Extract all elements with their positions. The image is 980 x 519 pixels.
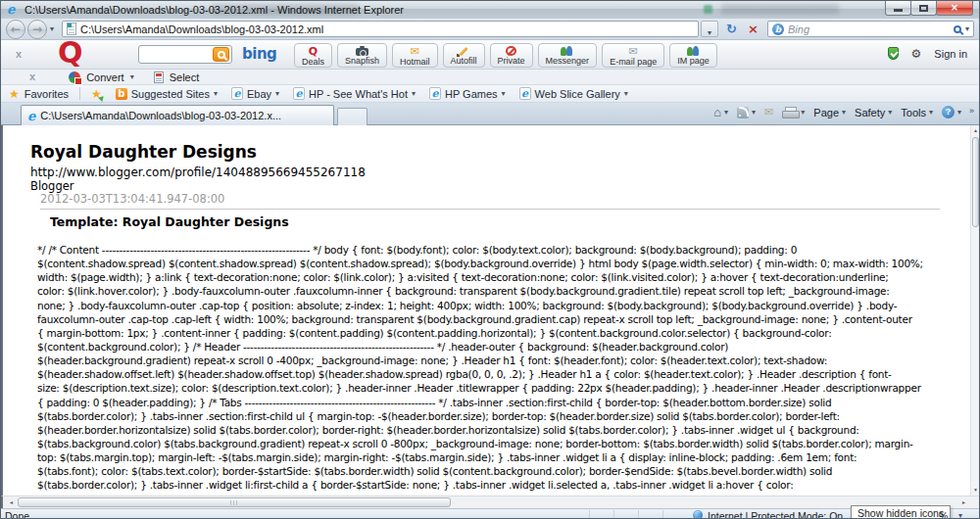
deals-button[interactable]: Q Deals [294, 43, 332, 68]
chevron-down-icon[interactable]: ▾ [214, 90, 218, 98]
messenger-button[interactable]: Messenger [538, 43, 598, 68]
template-css-line: color: $(link.hover.color); } .body-faux… [37, 284, 966, 298]
favorites-button[interactable]: Favorites [24, 88, 69, 100]
scroll-up-icon[interactable]: ▲ [971, 125, 980, 136]
close-icon: × [951, 3, 958, 13]
home-button[interactable]: ⌂ ▾ [713, 106, 728, 118]
search-icon [218, 51, 225, 59]
select-button[interactable]: Select [170, 71, 200, 83]
favorite-hp-whats-hot[interactable]: e HP - See What's Hot ▾ [293, 87, 416, 100]
help-menu[interactable]: ? ▾ [942, 106, 961, 118]
back-button[interactable]: ← [6, 20, 25, 39]
refresh-button[interactable]: ↻ [721, 21, 742, 38]
address-input[interactable] [80, 24, 694, 35]
close-toolbar-button[interactable]: x [29, 71, 35, 82]
q-toolbar-logo[interactable]: Q [58, 37, 83, 69]
wrench-settings-icon[interactable]: ⚙ [911, 48, 922, 60]
vertical-scroll-thumb[interactable] [972, 137, 979, 227]
template-css-line: width: $(page.width); } a:link { text-de… [37, 270, 966, 284]
zoom-level[interactable]: % [939, 510, 948, 519]
bing-search-box[interactable]: b ▾ [767, 21, 974, 37]
address-bar[interactable] [62, 21, 699, 37]
scroll-right-icon[interactable]: ► [957, 496, 970, 508]
template-css-line: $(content.shadow.spread) $(content.shado… [37, 257, 966, 270]
print-button[interactable]: ▾ [782, 107, 805, 118]
hotmail-button[interactable]: ✉ Hotmail [392, 43, 438, 68]
navigation-bar: ← → ▾ ▾ ↻ × b ▾ [1, 19, 979, 40]
close-toolbar-button[interactable]: x [16, 49, 22, 60]
deals-label: Deals [302, 57, 324, 67]
tools-menu[interactable]: Tools ▾ [901, 107, 933, 118]
feeds-button[interactable]: ▾ [737, 107, 756, 118]
chevron-down-icon: ▾ [888, 109, 892, 117]
chevron-down-icon: ▾ [842, 109, 846, 117]
scroll-left-icon[interactable]: ◄ [5, 496, 18, 508]
sign-in-link[interactable]: Sign in [934, 48, 967, 60]
search-icon[interactable] [954, 25, 961, 33]
convert-dropdown[interactable]: ▾ [130, 73, 134, 81]
status-divider [662, 510, 663, 519]
page-menu[interactable]: Page ▾ [813, 107, 846, 118]
overflow-chevron-icon[interactable]: » [969, 106, 974, 116]
autofill-button[interactable]: Autofill [443, 43, 485, 68]
toolbar-search-field[interactable] [138, 45, 232, 64]
mail-icon: ✉ [764, 107, 773, 118]
search-options-dropdown[interactable]: ▾ [965, 25, 969, 33]
vertical-scrollbar[interactable]: ▲ ▼ [970, 125, 979, 495]
chevron-down-icon[interactable]: ▾ [624, 90, 628, 98]
template-css-line: fauxcolumn-outer .cap-top .cap-left { wi… [37, 312, 966, 326]
template-css-line: { padding: 0 $(header.padding); } /* Tab… [37, 396, 966, 409]
status-bar: Done Internet | Protected Mode: On Show … [1, 508, 979, 519]
address-dropdown-button[interactable]: ▾ [701, 21, 718, 37]
minimize-button[interactable] [885, 1, 911, 16]
scrollbar-corner [970, 496, 979, 508]
toolbar-search-input[interactable] [143, 49, 209, 61]
horizontal-scroll-thumb[interactable] [18, 497, 451, 507]
horizontal-scrollbar[interactable]: ◄ ► [1, 495, 979, 508]
scroll-down-icon[interactable]: ▼ [971, 485, 980, 495]
add-favorite-button[interactable]: ★ [91, 88, 102, 100]
background-window-ghost [721, 4, 839, 15]
status-divider [638, 510, 639, 519]
stop-button[interactable]: × [743, 21, 763, 38]
security-zone-text: Internet | Protected Mode: On [708, 510, 843, 519]
snapfish-label: Snapfish [345, 56, 379, 66]
toolbar-search-button[interactable] [213, 47, 229, 62]
platform-label: Blogger [30, 179, 74, 193]
im-page-button[interactable]: IM page [669, 43, 717, 68]
forward-button[interactable]: → [27, 20, 47, 39]
favorite-suggested-sites[interactable]: b Suggested Sites ▾ [116, 88, 218, 100]
search-input[interactable] [788, 24, 950, 35]
maximize-button[interactable] [910, 1, 937, 16]
template-css-line: $(tabs.border.color); } .tabs-inner .sec… [37, 409, 966, 423]
autofill-label: Autofill [451, 56, 477, 66]
new-tab-button[interactable] [337, 108, 368, 125]
favorite-hp-games[interactable]: e HP Games ▾ [429, 87, 506, 100]
safety-menu[interactable]: Safety ▾ [855, 107, 892, 118]
page-content: Royal Daughter Designs http://www.blogge… [1, 125, 979, 495]
favorite-label: Ebay [247, 88, 271, 100]
people-icon [687, 46, 700, 56]
hotmail-label: Hotmail [400, 57, 430, 67]
zoom-dropdown-icon[interactable]: ▾ [958, 512, 962, 519]
private-button[interactable]: Private [490, 43, 533, 68]
favorite-web-slice-gallery[interactable]: e Web Slice Gallery ▾ [519, 87, 628, 100]
browser-window: e C:\Users\Amanda\Downloads\blog-03-03-2… [0, 0, 980, 519]
security-shield-icon[interactable] [888, 47, 899, 60]
template-css-line: */ /* Content --------------------------… [37, 243, 966, 257]
chevron-down-icon: ▾ [708, 28, 711, 37]
chevron-down-icon[interactable]: ▾ [275, 90, 279, 98]
email-page-button[interactable]: ✉ E-mail page [602, 43, 664, 68]
maximize-icon [919, 5, 928, 12]
favorite-ebay[interactable]: e Ebay ▾ [231, 87, 279, 100]
safety-menu-label: Safety [855, 107, 885, 118]
convert-button[interactable]: Convert [86, 71, 124, 83]
close-button[interactable]: × [936, 1, 973, 16]
read-mail-button[interactable]: ✉ [764, 107, 773, 118]
history-dropdown[interactable]: ▾ [50, 25, 54, 33]
active-tab[interactable]: e C:\Users\Amanda\Downloads\blog-03-03-2… [21, 105, 334, 125]
chevron-down-icon[interactable]: ▾ [412, 90, 416, 98]
home-icon: ⌂ [713, 106, 721, 118]
chevron-down-icon[interactable]: ▾ [502, 90, 506, 98]
snapfish-button[interactable]: Snapfish [337, 43, 387, 68]
